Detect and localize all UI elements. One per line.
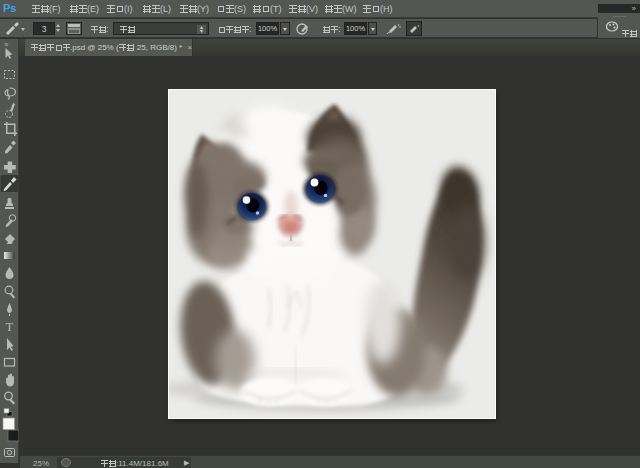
svg-text:T: T <box>6 320 14 334</box>
